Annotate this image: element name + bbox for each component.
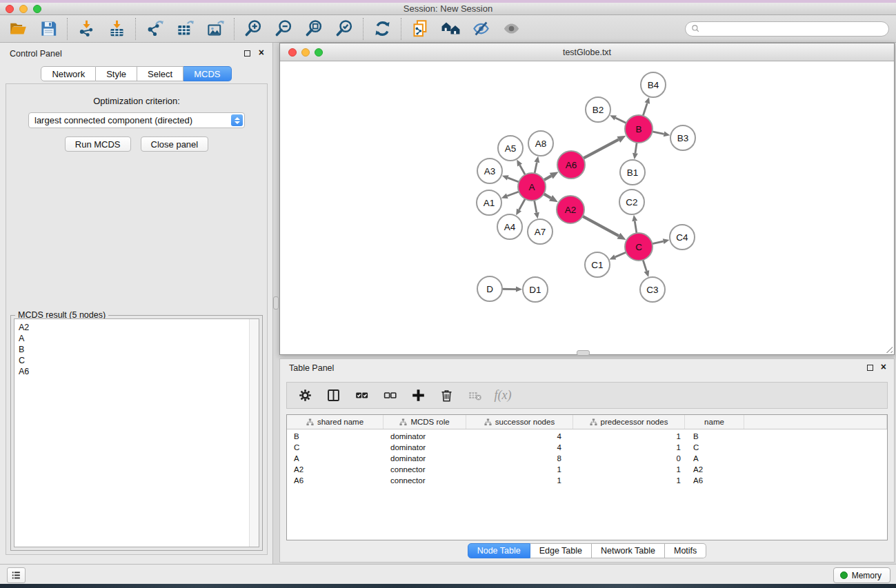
graph-edge-B-B4[interactable] [643,97,650,116]
tab-select[interactable]: Select [137,66,183,81]
graph-node-C3[interactable]: C3 [640,277,665,302]
graph-edge-A2-C[interactable] [583,216,626,240]
graph-edge-A-A3[interactable] [502,175,519,182]
float-panel-icon[interactable] [244,50,250,57]
column-header-shared-name[interactable]: shared name [287,415,384,429]
memory-button[interactable]: Memory [833,567,890,583]
mcds-result-item[interactable]: A2 [19,322,259,333]
horizontal-divider-grip[interactable] [577,350,590,356]
zoom-fit-button[interactable] [303,18,325,40]
result-scrollbar[interactable] [249,319,259,547]
graph-edge-C-C4[interactable] [653,239,670,244]
graph-edge-A-A8[interactable] [534,156,539,174]
show-home-button[interactable] [439,18,461,40]
graph-node-B1[interactable]: B1 [620,160,645,185]
table-row[interactable]: Bdominator41B [287,431,887,442]
mcds-result-item[interactable]: C [19,355,259,366]
vertical-divider-grip[interactable] [273,296,279,310]
network-canvas[interactable]: B4B2BB3A8A5A6A3B1AA1C2A2A4A7C4CC1C3DD1 [280,61,894,355]
graph-node-A7[interactable]: A7 [528,219,552,244]
tab-edge-table[interactable]: Edge Table [530,543,592,558]
column-header-predecessor-nodes[interactable]: predecessor nodes [573,415,685,429]
tab-node-table[interactable]: Node Table [468,543,530,558]
graph-edge-A-A2[interactable] [544,194,558,202]
close-panel-icon[interactable]: × [259,46,264,59]
graph-node-A[interactable]: A [518,173,546,201]
graph-edge-A-A6[interactable] [544,172,558,180]
run-mcds-button[interactable]: Run MCDS [65,136,131,152]
close-table-panel-icon[interactable]: × [881,361,886,373]
graph-node-D[interactable]: D [477,276,502,301]
graph-node-C4[interactable]: C4 [670,225,695,250]
deselect-all-rows-button[interactable] [381,387,398,404]
export-table-button[interactable] [174,18,196,40]
refresh-layout-button[interactable] [371,18,393,40]
graph-node-B2[interactable]: B2 [586,97,610,122]
graph-node-A3[interactable]: A3 [477,159,502,183]
column-header-mcds-role[interactable]: MCDS role [384,415,466,429]
zoom-selected-button[interactable] [333,18,355,40]
mcds-result-list[interactable]: A2ABCA6 [14,318,259,547]
graph-edge-C-C1[interactable] [609,252,626,260]
import-network-button[interactable] [75,18,97,40]
column-header-name[interactable]: name [685,415,744,429]
mcds-result-item[interactable]: A6 [19,366,259,377]
graph-node-A2[interactable]: A2 [557,196,584,223]
table-settings-button[interactable] [297,387,313,404]
open-session-button[interactable] [7,18,29,40]
new-network-from-selection-button[interactable] [409,18,431,40]
function-builder-button[interactable]: f(x) [495,387,511,404]
graph-node-C1[interactable]: C1 [585,252,610,277]
search-input[interactable] [703,24,883,34]
tab-network[interactable]: Network [41,66,96,81]
search-field[interactable] [685,21,889,37]
column-header-successor-nodes[interactable]: successor nodes [466,415,573,429]
graph-node-A1[interactable]: A1 [477,190,501,215]
save-session-button[interactable] [37,18,59,40]
export-network-button[interactable] [143,18,166,40]
delete-table-button[interactable] [466,387,483,404]
close-panel-button[interactable]: Close panel [141,136,209,152]
network-window-titlebar[interactable]: testGlobe.txt [280,43,894,61]
graph-edge-D-D1[interactable] [502,287,522,292]
add-column-button[interactable] [410,387,426,404]
zoom-in-button[interactable] [242,18,264,40]
table-row[interactable]: A6connector11A6 [287,475,887,486]
graph-edge-B-B1[interactable] [633,143,638,159]
task-history-button[interactable] [7,567,26,583]
graph-edge-B-B2[interactable] [610,115,626,123]
graph-node-A6[interactable]: A6 [557,151,585,179]
graph-node-A8[interactable]: A8 [528,131,553,156]
graph-node-C[interactable]: C [625,233,653,261]
delete-columns-button[interactable] [438,387,455,404]
tab-mcds[interactable]: MCDS [183,66,231,81]
graph-node-B4[interactable]: B4 [641,72,666,97]
mcds-result-item[interactable]: B [19,344,259,355]
tab-network-table[interactable]: Network Table [592,543,665,558]
split-panel-button[interactable] [325,387,341,404]
graph-edge-C-C3[interactable] [643,260,649,277]
graph-node-B3[interactable]: B3 [670,125,695,150]
tab-motifs[interactable]: Motifs [665,543,706,558]
graph-edge-A-A1[interactable] [501,192,519,199]
table-row[interactable]: A2connector11A2 [287,464,887,475]
graph-node-B[interactable]: B [625,115,653,143]
graph-edge-C-C2[interactable] [632,215,637,233]
graph-edge-A-A7[interactable] [534,201,539,219]
graph-node-D1[interactable]: D1 [523,277,548,302]
select-all-rows-button[interactable] [353,387,370,404]
graph-edge-A6-B[interactable] [584,136,626,159]
export-image-button[interactable] [204,18,226,40]
optimization-criterion-select[interactable]: largest connected component (directed) [28,112,245,128]
tab-style[interactable]: Style [96,66,137,81]
graph-node-A5[interactable]: A5 [498,136,523,161]
hide-selected-button[interactable] [470,18,492,40]
table-row[interactable]: Adominator80A [287,453,887,464]
import-table-button[interactable] [106,18,128,40]
table-row[interactable]: Cdominator41C [287,442,887,453]
zoom-out-button[interactable] [272,18,295,40]
graph-node-A4[interactable]: A4 [497,214,522,239]
graph-edge-B-B3[interactable] [653,132,670,137]
mcds-result-item[interactable]: A [19,333,259,344]
show-all-button[interactable] [500,18,522,40]
